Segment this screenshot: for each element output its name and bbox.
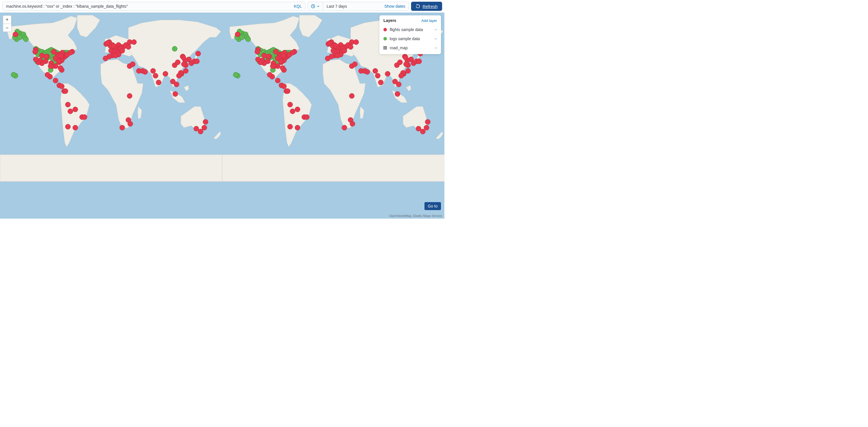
svg-point-146	[153, 73, 158, 78]
svg-point-213	[44, 54, 49, 59]
svg-point-144	[143, 69, 148, 74]
svg-point-209	[33, 57, 38, 62]
zoom-in-button[interactable]: +	[3, 15, 11, 24]
map[interactable]: + − Layers Add layer flights sample data…	[0, 12, 444, 219]
svg-point-278	[403, 55, 408, 60]
svg-point-196	[58, 65, 63, 71]
svg-point-109	[13, 32, 18, 37]
svg-point-315	[274, 49, 279, 54]
svg-point-219	[68, 50, 73, 55]
svg-point-128	[105, 40, 110, 45]
show-dates-link[interactable]: Show dates	[384, 4, 405, 8]
world-map-svg	[0, 12, 444, 219]
layer-name: logs sample data	[390, 36, 432, 41]
svg-point-185	[65, 124, 70, 129]
svg-point-134	[120, 48, 125, 53]
svg-point-62	[239, 35, 244, 40]
svg-point-274	[404, 62, 409, 67]
svg-point-334	[290, 50, 295, 55]
refresh-button[interactable]: Refresh	[411, 2, 442, 11]
circle-icon	[383, 28, 387, 31]
svg-point-173	[45, 72, 50, 77]
zoom-controls: + −	[3, 15, 11, 32]
svg-point-285	[416, 126, 421, 131]
svg-point-126	[131, 40, 136, 45]
svg-point-302	[350, 121, 355, 126]
date-quick-button[interactable]	[308, 2, 323, 10]
svg-point-203	[48, 64, 53, 69]
svg-point-253	[325, 56, 331, 61]
layer-name: flights sample data	[390, 27, 432, 32]
layer-item-flights[interactable]: flights sample data ═	[379, 25, 441, 34]
drag-handle-icon[interactable]: ═	[434, 28, 437, 32]
add-layer-link[interactable]: Add layer	[421, 19, 437, 23]
svg-point-268	[405, 68, 410, 73]
svg-point-283	[424, 125, 429, 130]
svg-point-239	[348, 44, 353, 50]
svg-point-167	[196, 51, 201, 56]
drag-handle-icon[interactable]: ═	[434, 46, 437, 50]
goto-button[interactable]: Go to	[425, 202, 441, 210]
svg-point-160	[176, 73, 182, 78]
svg-point-166	[194, 59, 199, 64]
circle-icon	[383, 37, 387, 40]
toolbar: KQL Last 7 days Show dates Refresh	[0, 0, 444, 12]
svg-point-284	[425, 119, 430, 124]
svg-point-145	[150, 68, 156, 73]
svg-point-138	[103, 56, 108, 61]
date-range-label: Last 7 days	[327, 4, 347, 8]
svg-point-141	[130, 62, 135, 67]
svg-point-241	[353, 40, 359, 45]
svg-point-318	[270, 64, 276, 69]
svg-point-281	[416, 59, 422, 64]
svg-point-184	[73, 125, 78, 130]
svg-point-266	[396, 82, 401, 87]
svg-point-275	[399, 73, 404, 78]
grid-icon	[383, 46, 387, 50]
layer-item-roadmap[interactable]: road_map ═	[379, 43, 441, 53]
layers-title: Layers	[383, 18, 396, 23]
svg-point-200	[51, 49, 56, 54]
svg-point-178	[63, 89, 68, 94]
query-bar[interactable]: KQL	[2, 2, 305, 11]
svg-point-294	[287, 102, 292, 107]
svg-point-265	[395, 91, 400, 97]
svg-point-211	[33, 49, 38, 54]
svg-point-163	[181, 55, 186, 60]
svg-point-147	[156, 80, 161, 85]
layer-item-logs[interactable]: logs sample data ═	[379, 34, 441, 43]
query-input[interactable]	[6, 4, 294, 8]
layer-name: road_map	[390, 45, 432, 50]
svg-point-168	[202, 125, 207, 130]
svg-point-223	[56, 59, 61, 64]
svg-point-328	[266, 54, 271, 59]
date-range-button[interactable]: Last 7 days Show dates	[323, 2, 408, 10]
kql-toggle[interactable]: KQL	[294, 4, 302, 8]
svg-point-243	[327, 40, 332, 45]
drag-handle-icon[interactable]: ═	[434, 37, 437, 41]
svg-point-189	[127, 93, 132, 98]
svg-point-151	[174, 82, 179, 87]
svg-point-326	[255, 49, 260, 54]
svg-point-263	[385, 71, 390, 76]
zoom-out-button[interactable]: −	[3, 24, 11, 32]
svg-point-54	[172, 46, 177, 51]
svg-point-298	[304, 114, 309, 120]
refresh-icon	[415, 4, 420, 8]
svg-point-277	[397, 60, 403, 65]
svg-point-286	[420, 129, 425, 134]
svg-point-303	[342, 125, 347, 130]
svg-point-162	[175, 60, 180, 65]
svg-point-261	[375, 73, 380, 78]
map-attribution: OpenStreetMap, Elastic Maps Service	[389, 214, 442, 218]
svg-point-66	[233, 72, 239, 77]
svg-point-169	[203, 119, 208, 124]
svg-point-293	[285, 89, 290, 94]
svg-point-300	[287, 124, 292, 129]
svg-point-187	[128, 121, 133, 126]
svg-point-148	[163, 71, 168, 76]
svg-point-12	[11, 72, 16, 77]
svg-point-150	[173, 91, 178, 97]
svg-point-153	[183, 68, 188, 73]
svg-point-259	[365, 69, 370, 74]
